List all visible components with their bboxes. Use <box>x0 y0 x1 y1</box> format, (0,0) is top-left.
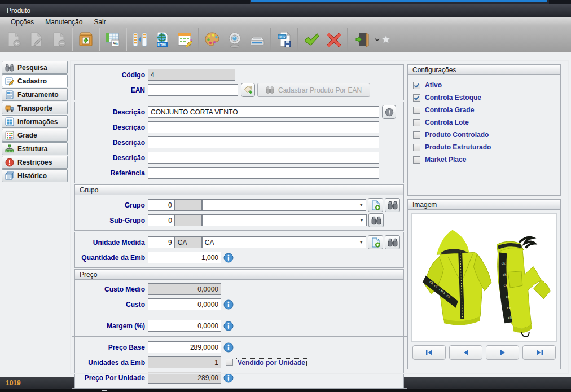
binoculars-icon <box>371 215 381 226</box>
sidebar-item-faturamento[interactable]: Faturamento <box>2 88 68 101</box>
descricao2-label: Descrição <box>78 124 145 131</box>
sidebar-label: Faturamento <box>17 91 59 99</box>
html-export-button[interactable]: HTML <box>151 28 174 51</box>
last-image-button[interactable] <box>522 345 556 360</box>
calendar-edit-button[interactable] <box>174 28 196 51</box>
ean-label: EAN <box>78 86 145 94</box>
preco-caption: Preço <box>75 270 403 280</box>
descricao-warning-button[interactable] <box>382 105 396 119</box>
unidade-new-button[interactable] <box>368 235 383 249</box>
browser-tab-accent <box>251 0 547 2</box>
info-icon[interactable] <box>223 373 234 383</box>
scanner-button[interactable] <box>246 28 269 51</box>
new-record-button[interactable] <box>2 28 25 51</box>
previous-image-button[interactable] <box>449 345 482 360</box>
svg-text:ck: ck <box>507 306 511 310</box>
image-navigation <box>408 345 560 363</box>
cancel-x-icon[interactable] <box>323 28 345 51</box>
checkbox-controla-grade[interactable]: Controla Grade <box>408 104 560 116</box>
subgrupo-search-button[interactable] <box>368 213 384 227</box>
webcam-button[interactable] <box>223 28 246 51</box>
grupo-search-button[interactable] <box>385 198 400 212</box>
custo-field[interactable] <box>148 298 221 310</box>
sidebar-item-grade[interactable]: Grade <box>2 129 68 142</box>
vendido-por-unidade-checkbox[interactable]: Vendido por Unidade <box>226 358 307 367</box>
descricao1-label: Descrição <box>78 108 145 116</box>
content-area: Pesquisa Cadastro Faturamento Transporte… <box>0 52 571 377</box>
descricao2-field[interactable] <box>148 121 379 133</box>
first-image-button[interactable] <box>412 345 446 360</box>
window-title-bar[interactable]: Produto <box>0 4 571 17</box>
menu-opcoes[interactable]: Opções <box>6 17 39 27</box>
history-icon <box>5 171 14 180</box>
new-doc-icon <box>371 237 381 248</box>
checkbox-controla-estoque[interactable]: Controla Estoque <box>408 91 560 104</box>
menu-manutencao[interactable]: Manutenção <box>40 17 87 27</box>
tag-plus-icon <box>243 85 253 95</box>
info-icon[interactable] <box>223 253 234 263</box>
checkbox-market-place[interactable]: Market Place <box>408 153 560 166</box>
toolbar: % HTML CSV <box>0 27 571 52</box>
sidebar-item-restricoes[interactable]: Restrições <box>2 156 68 169</box>
qtd-emb-field[interactable] <box>148 252 221 263</box>
csv-save-button[interactable]: CSV <box>273 28 296 51</box>
checkbox-produto-controlado[interactable]: Produto Controlado <box>408 129 560 141</box>
price-table-button[interactable]: % <box>102 28 124 51</box>
exit-options-chevron[interactable] <box>372 28 381 51</box>
ean-field[interactable] <box>148 84 238 96</box>
vendido-por-unidade-label: Vendido por Unidade <box>236 358 307 367</box>
sidebar-label: Cadastro <box>17 77 47 85</box>
sidebar-item-informacoes[interactable]: Informações <box>2 115 68 128</box>
info-icon[interactable] <box>223 299 234 310</box>
unidade-code-field[interactable] <box>148 236 175 248</box>
codigo-field <box>148 69 235 81</box>
descricao3-field[interactable] <box>148 136 379 148</box>
identity-box: Código EAN Cadastrar Produto Por EAN <box>74 64 404 100</box>
sidebar-item-pesquisa[interactable]: Pesquisa <box>2 61 68 74</box>
imagem-panel: Imagem <box>407 199 561 369</box>
svg-text:ck: ck <box>502 273 507 276</box>
chevron-down-icon: ▼ <box>359 218 364 223</box>
subgrupo-combo[interactable]: ▼ <box>202 214 367 226</box>
unidade-box: Unidade Medida CA▼ Quantidade da Emb <box>74 232 404 268</box>
cadastrar-por-ean-button[interactable]: Cadastrar Produto Por EAN <box>257 83 370 97</box>
sidebar-item-cadastro[interactable]: Cadastro <box>2 74 68 87</box>
window-title: Produto <box>7 7 30 15</box>
unidade-search-button[interactable] <box>385 235 400 249</box>
menu-sair[interactable]: Sair <box>89 17 111 27</box>
grupo-combo[interactable]: ▼ <box>202 199 366 211</box>
sidebar-label: Estrutura <box>17 145 47 153</box>
svg-text:CSV: CSV <box>278 35 286 39</box>
ean-tag-button[interactable] <box>241 83 255 97</box>
palette-button[interactable] <box>201 28 223 51</box>
referencia-field[interactable] <box>148 167 379 179</box>
info-icon[interactable] <box>223 342 234 353</box>
next-image-button[interactable] <box>486 345 519 360</box>
info-icon[interactable] <box>223 321 234 331</box>
sidebar-item-historico[interactable]: Histórico <box>2 169 68 182</box>
confirm-check-icon[interactable] <box>300 28 323 51</box>
transfer-list-button[interactable] <box>129 28 151 51</box>
descricao4-field[interactable] <box>148 152 379 164</box>
exit-door-button[interactable] <box>350 28 372 51</box>
edit-record-button[interactable] <box>25 28 47 51</box>
stock-box-button[interactable] <box>74 28 97 51</box>
sidebar-item-transporte[interactable]: Transporte <box>2 102 68 114</box>
sidebar-item-estrutura[interactable]: Estrutura <box>2 142 68 155</box>
preco-base-field[interactable] <box>148 341 221 353</box>
margem-field[interactable] <box>148 320 221 332</box>
descricao1-field[interactable] <box>148 106 379 118</box>
grupo-new-button[interactable] <box>368 198 383 212</box>
binoculars-icon <box>5 63 14 72</box>
preco-unidade-field <box>148 372 221 384</box>
grupo-code-field[interactable] <box>148 199 175 211</box>
product-image: ck ck ck ck ck <box>411 213 557 342</box>
unidade-combo[interactable]: CA▼ <box>202 236 366 248</box>
checkbox-produto-estruturado[interactable]: Produto Estruturado <box>408 141 560 153</box>
checkbox-controla-lote[interactable]: Controla Lote <box>408 116 560 129</box>
subgrupo-code-field[interactable] <box>148 214 175 226</box>
subgrupo-label: Sub-Grupo <box>78 217 145 224</box>
checkbox-ativo[interactable]: Ativo <box>408 79 560 91</box>
chevron-down-icon: ▼ <box>359 202 363 208</box>
delete-record-button[interactable] <box>47 28 70 51</box>
